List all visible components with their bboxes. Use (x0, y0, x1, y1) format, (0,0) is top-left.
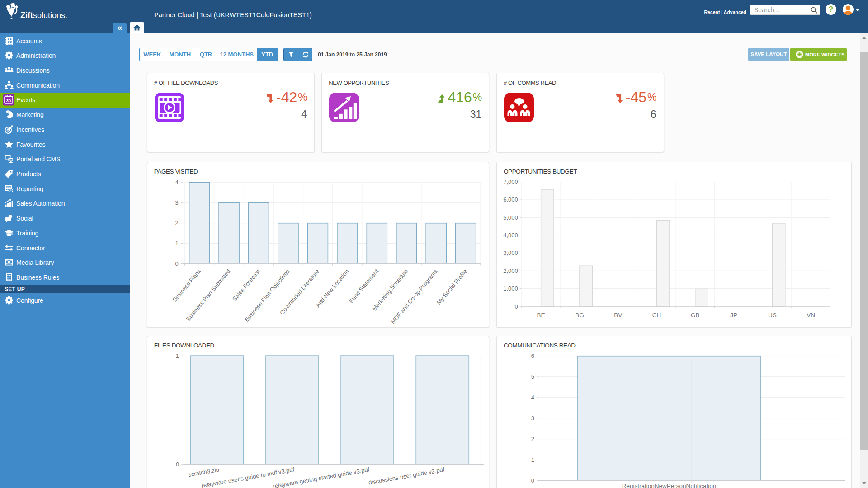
svg-text:3: 3 (531, 415, 534, 422)
svg-text:Fund Statement: Fund Statement (348, 267, 380, 304)
svg-text:BG: BG (575, 312, 584, 319)
svg-text:6: 6 (531, 352, 534, 359)
svg-text:1: 1 (176, 352, 179, 359)
svg-text:5: 5 (531, 373, 534, 380)
svg-text:2,000: 2,000 (503, 267, 518, 274)
svg-text:GB: GB (691, 312, 700, 319)
svg-text:3,000: 3,000 (503, 249, 518, 256)
svg-text:CH: CH (652, 312, 661, 319)
svg-text:6,000: 6,000 (503, 196, 518, 203)
svg-text:1: 1 (175, 240, 178, 247)
svg-text:5,000: 5,000 (503, 214, 518, 221)
svg-text:1,000: 1,000 (503, 285, 518, 292)
svg-text:4: 4 (175, 179, 178, 186)
svg-text:0: 0 (175, 260, 178, 267)
svg-text:US: US (768, 312, 777, 319)
svg-text:RegistrationNewPersonNotificat: RegistrationNewPersonNotification (622, 483, 717, 488)
svg-text:4: 4 (531, 394, 534, 401)
svg-text:Sales Forecast: Sales Forecast (231, 267, 261, 302)
svg-text:BE: BE (537, 312, 545, 319)
svg-text:2: 2 (531, 436, 534, 442)
svg-text:7,000: 7,000 (503, 178, 518, 185)
svg-text:3: 3 (175, 199, 178, 206)
svg-text:scratch8.zip: scratch8.zip (188, 466, 220, 479)
svg-text:0: 0 (531, 477, 534, 484)
svg-text:My Social Profile: My Social Profile (435, 268, 469, 306)
svg-text:1: 1 (531, 456, 534, 463)
svg-text:0: 0 (176, 461, 179, 468)
svg-text:JP: JP (730, 312, 737, 319)
svg-text:Add New Location: Add New Location (314, 268, 350, 309)
svg-text:4,000: 4,000 (503, 232, 518, 239)
svg-text:VN: VN (807, 312, 815, 319)
svg-text:30: 30 (6, 98, 11, 103)
svg-text:BV: BV (614, 312, 622, 319)
svg-text:Business Plans: Business Plans (171, 267, 203, 303)
svg-text:discussions user guide v2.pdf: discussions user guide v2.pdf (368, 466, 445, 486)
svg-text:0: 0 (515, 303, 518, 310)
svg-text:2: 2 (175, 220, 178, 226)
